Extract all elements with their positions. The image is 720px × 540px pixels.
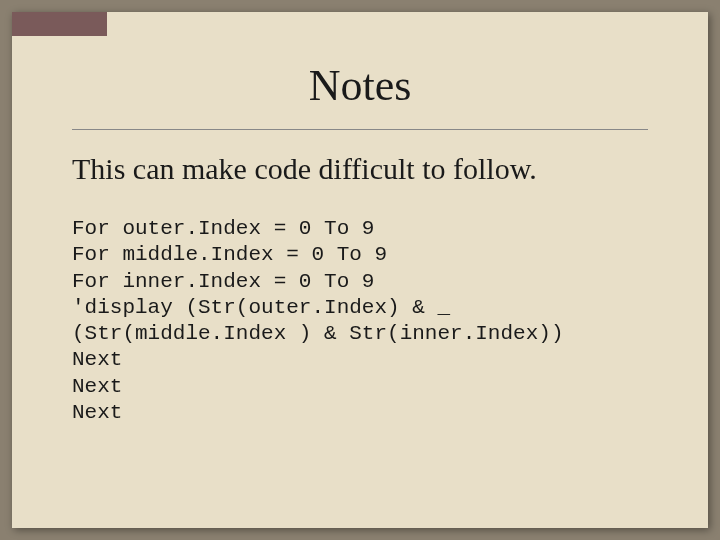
placeholder-tab bbox=[12, 12, 107, 36]
slide-subtitle: This can make code difficult to follow. bbox=[72, 152, 648, 186]
code-line: 'display (Str(outer.Index) & _ bbox=[72, 296, 450, 319]
code-line: Next bbox=[72, 375, 122, 398]
code-line: Next bbox=[72, 348, 122, 371]
code-block: For outer.Index = 0 To 9 For middle.Inde… bbox=[72, 216, 648, 426]
slide-title: Notes bbox=[72, 60, 648, 111]
slide-container: Notes This can make code difficult to fo… bbox=[12, 12, 708, 528]
title-divider bbox=[72, 129, 648, 130]
code-line: Next bbox=[72, 401, 122, 424]
code-line: (Str(middle.Index ) & Str(inner.Index)) bbox=[72, 322, 563, 345]
code-line: For outer.Index = 0 To 9 bbox=[72, 217, 374, 240]
code-line: For inner.Index = 0 To 9 bbox=[72, 270, 374, 293]
code-line: For middle.Index = 0 To 9 bbox=[72, 243, 387, 266]
